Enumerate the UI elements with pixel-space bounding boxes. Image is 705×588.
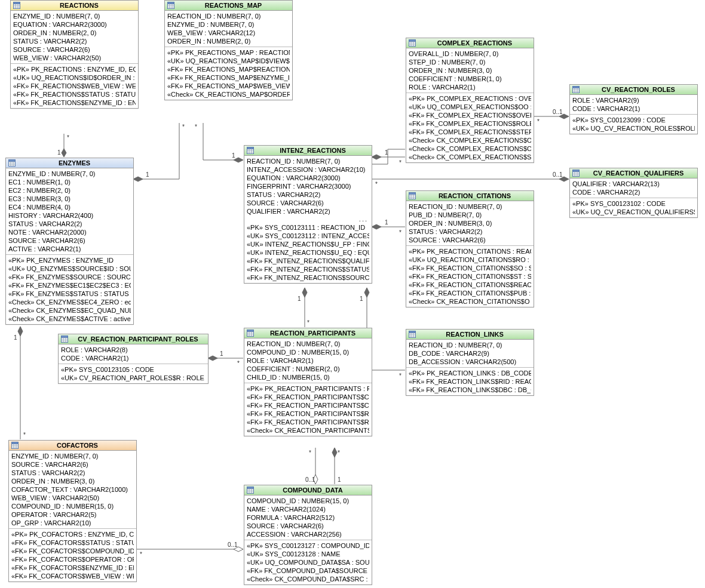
attributes-section: REACTION_ID : NUMBER(7, 0)PUB_ID : NUMBE… bbox=[406, 201, 534, 245]
entity-header[interactable]: CV_REACTION_PARTICIPANT_ROLES bbox=[59, 334, 208, 344]
attribute-row: SOURCE : VARCHAR2(6) bbox=[247, 199, 369, 207]
attribute-row: ORDER_IN : NUMBER(3, 0) bbox=[11, 477, 134, 485]
entity-reactions[interactable]: REACTIONSENZYME_ID : NUMBER(7, 0)EQUATIO… bbox=[10, 0, 139, 109]
attribute-row: EC3 : NUMBER(3, 0) bbox=[8, 195, 131, 203]
entity-header[interactable]: REACTIONS_MAP bbox=[165, 1, 292, 11]
constraint-row: «FK» FK_REACTION_PARTICIPANTS$RO bbox=[247, 410, 369, 418]
svg-text:*: * bbox=[309, 450, 311, 456]
entity-compound_data[interactable]: COMPOUND_DATACOMPOUND_ID : NUMBER(15, 0)… bbox=[244, 485, 372, 585]
constraints-section: «PK» PK_REACTIONS_MAP : REACTION_«UK» UQ… bbox=[165, 47, 292, 100]
svg-text:0..1: 0..1 bbox=[553, 109, 563, 115]
entity-header[interactable]: COFACTORS bbox=[9, 441, 136, 451]
attribute-row: QUALIFIER : VARCHAR2(13) bbox=[572, 180, 695, 188]
attribute-row: COMPOUND_ID : NUMBER(15, 0) bbox=[247, 497, 369, 505]
attribute-row: SOURCE : VARCHAR2(6) bbox=[247, 522, 369, 530]
attribute-row: REACTION_ID : NUMBER(7, 0) bbox=[247, 340, 369, 348]
entity-header[interactable]: COMPLEX_REACTIONS bbox=[406, 38, 534, 48]
attribute-row: OVERALL_ID : NUMBER(7, 0) bbox=[409, 50, 531, 58]
svg-text:*: * bbox=[375, 181, 378, 187]
constraint-row: «Check» CK_ENZYMES$EC4_ZERO : ec bbox=[8, 298, 131, 306]
table-icon bbox=[409, 331, 416, 338]
attribute-row: WEB_VIEW : VARCHAR2(50) bbox=[13, 54, 136, 62]
constraints-section: «PK» PK_REACTIONS : ENZYME_ID, EQ«UK» UQ… bbox=[11, 63, 138, 108]
svg-text:*: * bbox=[195, 124, 197, 130]
attribute-row: ORDER_IN : NUMBER(2, 0) bbox=[167, 37, 290, 45]
entity-intenz_reactions[interactable]: INTENZ_REACTIONSREACTION_ID : NUMBER(7, … bbox=[244, 145, 372, 284]
svg-marker-1 bbox=[62, 149, 66, 157]
svg-marker-47 bbox=[18, 327, 23, 336]
attributes-section: REACTION_ID : NUMBER(7, 0)ENZYME_ID : NU… bbox=[165, 11, 292, 47]
svg-marker-4 bbox=[133, 177, 143, 181]
constraint-row: «PK» SYS_C00123105 : CODE bbox=[61, 365, 206, 374]
entity-complex_reactions[interactable]: COMPLEX_REACTIONSOVERALL_ID : NUMBER(7, … bbox=[406, 38, 534, 163]
entity-reaction_citations[interactable]: REACTION_CITATIONSREACTION_ID : NUMBER(7… bbox=[406, 190, 534, 307]
entity-cv_reaction_qualifiers[interactable]: CV_REACTION_QUALIFIERSQUALIFIER : VARCHA… bbox=[569, 168, 698, 218]
attribute-row: NAME : VARCHAR2(1024) bbox=[247, 505, 369, 513]
entity-header[interactable]: INTENZ_REACTIONS bbox=[244, 146, 372, 156]
svg-text:1: 1 bbox=[298, 295, 301, 302]
constraint-row: «UK» UQ_ENZYMES$SOURCE$ID : SOU bbox=[8, 264, 131, 273]
constraint-row: «FK» FK_REACTIONS_MAP$ENZYME_ID bbox=[167, 73, 290, 82]
entity-header[interactable]: REACTIONS bbox=[11, 1, 138, 11]
constraint-row: «FK» FK_REACTION_LINKS$DBC : DB_C bbox=[409, 386, 531, 394]
constraint-row: «Check» CK_ENZYMES$EC_QUAD_NUL bbox=[8, 306, 131, 315]
constraint-row: «FK» FK_COFACTORS$WEB_VIEW : WEB bbox=[11, 572, 134, 580]
constraint-row: «FK» FK_COFACTORS$STATUS : STATU bbox=[11, 538, 134, 547]
constraints-section: «PK» SYS_C00123102 : CODE«UK» UQ_CV_REAC… bbox=[570, 198, 697, 217]
attribute-row: HISTORY : VARCHAR2(400) bbox=[8, 211, 131, 220]
entity-reaction_participants[interactable]: REACTION_PARTICIPANTSREACTION_ID : NUMBE… bbox=[244, 328, 372, 436]
entity-title: CV_REACTION_PARTICIPANT_ROLES bbox=[70, 335, 206, 343]
attribute-row: COEFFICIENT : NUMBER(2, 0) bbox=[247, 365, 369, 373]
table-icon bbox=[247, 147, 254, 154]
entity-header[interactable]: CV_REACTION_QUALIFIERS bbox=[570, 168, 697, 178]
table-icon bbox=[11, 442, 19, 449]
constraint-row: «FK» FK_COFACTORS$ENZYME_ID : EN bbox=[11, 564, 134, 572]
constraint-row: «FK» FK_ENZYMES$EC1$EC2$EC3 : EC bbox=[8, 281, 131, 290]
attribute-row: ROLE : VARCHAR2(9) bbox=[572, 96, 695, 104]
svg-marker-40 bbox=[332, 448, 337, 457]
entity-header[interactable]: ENZYMES bbox=[6, 158, 133, 168]
constraint-row: «FK» FK_REACTION_PARTICIPANTS$CH bbox=[247, 393, 369, 401]
entity-header[interactable]: COMPOUND_DATA bbox=[244, 485, 372, 495]
constraint-row: «PK» PK_COFACTORS : ENZYME_ID, CO bbox=[11, 530, 134, 538]
attribute-row: COMPOUND_ID : NUMBER(15, 0) bbox=[11, 502, 134, 510]
constraint-row: «PK» PK_ENZYMES : ENZYME_ID bbox=[8, 256, 131, 264]
svg-text:1: 1 bbox=[385, 149, 388, 156]
constraint-row: «PK» SYS_C00123111 : REACTION_ID bbox=[247, 223, 369, 232]
svg-text:1: 1 bbox=[14, 334, 17, 341]
entity-header[interactable]: CV_REACTION_ROLES bbox=[570, 85, 697, 95]
attribute-row: EQUATION : VARCHAR2(3000) bbox=[13, 20, 136, 29]
svg-text:1: 1 bbox=[146, 171, 149, 178]
constraint-row: «PK» PK_REACTION_LINKS : DB_CODE, bbox=[409, 369, 531, 377]
entity-reactions_map[interactable]: REACTIONS_MAPREACTION_ID : NUMBER(7, 0)E… bbox=[164, 0, 293, 100]
attribute-row: ROLE : VARCHAR2(1) bbox=[247, 356, 369, 365]
table-icon bbox=[572, 86, 580, 93]
svg-text:0..1: 0..1 bbox=[553, 171, 563, 178]
entity-cv_reaction_participant_roles[interactable]: CV_REACTION_PARTICIPANT_ROLESROLE : VARC… bbox=[58, 334, 209, 384]
constraint-row: «PK» PK_REACTION_PARTICIPANTS : RE bbox=[247, 384, 369, 393]
entity-cv_reaction_roles[interactable]: CV_REACTION_ROLESROLE : VARCHAR2(9)CODE … bbox=[569, 84, 698, 134]
svg-text:1: 1 bbox=[360, 295, 363, 302]
constraints-section: «PK» PK_COFACTORS : ENZYME_ID, CO«FK» FK… bbox=[9, 528, 136, 581]
entity-title: INTENZ_REACTIONS bbox=[256, 147, 369, 154]
constraint-row: «Check» CK_REACTION_CITATIONS$O bbox=[409, 297, 531, 306]
attribute-row: OPERATOR : VARCHAR2(5) bbox=[11, 510, 134, 519]
svg-marker-24 bbox=[364, 288, 369, 297]
constraint-row: «Check» CK_COMPLEX_REACTIONS$O bbox=[409, 136, 531, 144]
entity-cofactors[interactable]: COFACTORSENZYME_ID : NUMBER(7, 0)SOURCE … bbox=[8, 440, 137, 582]
constraint-row: «UK» INTENZ_REACTIONS$U_FP : FING bbox=[247, 240, 369, 248]
attribute-row: NOTE : VARCHAR2(2000) bbox=[8, 228, 131, 236]
attribute-row: ORDER_IN : NUMBER(3, 0) bbox=[409, 66, 531, 75]
entity-header[interactable]: REACTION_PARTICIPANTS bbox=[244, 328, 372, 338]
attribute-row: STATUS : VARCHAR2(2) bbox=[13, 37, 136, 45]
entity-enzymes[interactable]: ENZYMESENZYME_ID : NUMBER(7, 0)EC1 : NUM… bbox=[5, 158, 134, 325]
entity-header[interactable]: REACTION_LINKS bbox=[406, 330, 534, 340]
constraint-row: «FK» FK_REACTION_LINKS$RID : REACT bbox=[409, 377, 531, 386]
attribute-row: WEB_VIEW : VARCHAR2(50) bbox=[11, 494, 134, 502]
constraints-section: «PK» PK_REACTION_CITATIONS : REAC«UK» UQ… bbox=[406, 245, 534, 307]
constraints-section: «PK» PK_REACTION_LINKS : DB_CODE,«FK» FK… bbox=[406, 367, 534, 395]
attribute-row: ENZYME_ID : NUMBER(7, 0) bbox=[8, 170, 131, 178]
attribute-row: ORDER_IN : NUMBER(3, 0) bbox=[409, 219, 531, 227]
entity-reaction_links[interactable]: REACTION_LINKSREACTION_ID : NUMBER(7, 0)… bbox=[406, 329, 534, 396]
entity-header[interactable]: REACTION_CITATIONS bbox=[406, 191, 534, 201]
